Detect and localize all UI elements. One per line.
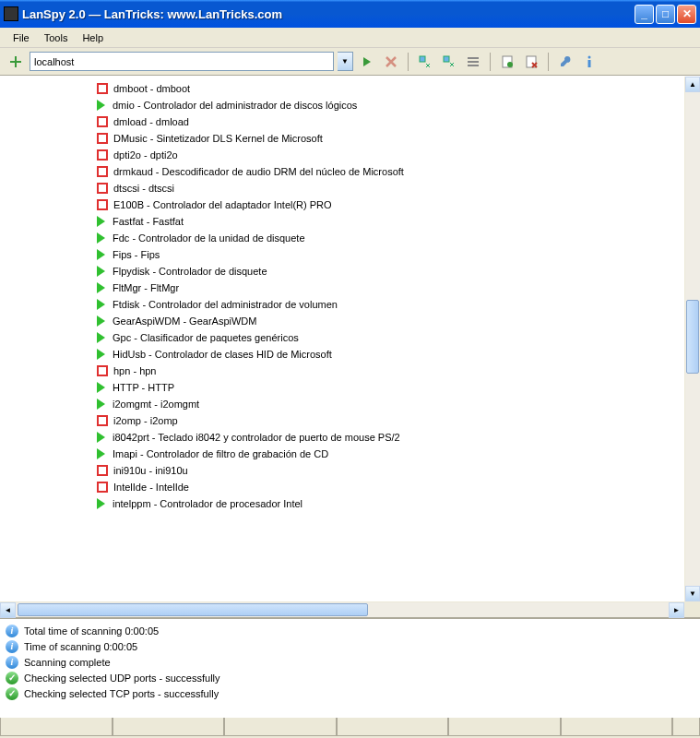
- tree-item[interactable]: i2omgmt - i2omgmt: [0, 396, 700, 412]
- host-input[interactable]: [30, 52, 334, 71]
- log-entry: iScanning complete: [6, 654, 694, 670]
- stop-button[interactable]: [381, 52, 401, 72]
- report-button[interactable]: [497, 52, 517, 72]
- tree-item[interactable]: Fdc - Controlador de la unidad de disque…: [0, 230, 700, 246]
- play-icon: [97, 332, 105, 343]
- tree-item[interactable]: i2omp - i2omp: [0, 412, 700, 429]
- titlebar[interactable]: LanSpy 2.0 — LanTricks: www.LanTricks.co…: [0, 0, 700, 28]
- tree-item[interactable]: HidUsb - Controlador de clases HID de Mi…: [0, 346, 700, 363]
- settings-button[interactable]: [555, 52, 575, 72]
- tree-item[interactable]: Gpc - Clasificador de paquetes genéricos: [0, 329, 700, 346]
- tree-item-label: Fips - Fips: [113, 249, 160, 260]
- stop-icon: [97, 415, 108, 426]
- play-icon: [97, 216, 105, 227]
- scroll-up-button[interactable]: ▲: [685, 77, 700, 92]
- scroll-right-button[interactable]: ►: [669, 602, 684, 618]
- collapse-button[interactable]: [439, 52, 459, 72]
- separator: [490, 53, 491, 71]
- status-cell: [561, 718, 673, 736]
- tree-item-label: drmkaud - Descodificador de audio DRM de…: [113, 166, 404, 177]
- play-icon: [97, 349, 105, 360]
- info-icon: i: [6, 625, 18, 637]
- tree-item[interactable]: Flpydisk - Controlador de disquete: [0, 263, 700, 280]
- scroll-thumb[interactable]: [686, 300, 699, 374]
- scroll-thumb[interactable]: [18, 603, 368, 616]
- tree-item[interactable]: hpn - hpn: [0, 363, 700, 379]
- tree-item[interactable]: IntelIde - IntelIde: [0, 479, 700, 495]
- tree-item[interactable]: ini910u - ini910u: [0, 462, 700, 479]
- tree-item[interactable]: dtscsi - dtscsi: [0, 180, 700, 196]
- tree-item[interactable]: Ftdisk - Controlador del administrador d…: [0, 296, 700, 313]
- stop-icon: [97, 482, 108, 493]
- log-entry: ✓Checking selected TCP ports - successfu…: [6, 685, 694, 701]
- scroll-down-button[interactable]: ▼: [685, 586, 700, 601]
- expand-button[interactable]: [415, 52, 435, 72]
- tree-item[interactable]: FltMgr - FltMgr: [0, 280, 700, 296]
- svg-rect-2: [468, 57, 479, 59]
- tree-item[interactable]: HTTP - HTTP: [0, 379, 700, 396]
- window-controls: _ □ ✕: [635, 5, 696, 24]
- tree-item[interactable]: GearAspiWDM - GearAspiWDM: [0, 313, 700, 329]
- tree-item[interactable]: drmkaud - Descodificador de audio DRM de…: [0, 163, 700, 180]
- tree-item-label: FltMgr - FltMgr: [113, 282, 179, 293]
- play-icon: [97, 100, 105, 111]
- log-entry-text: Checking selected UDP ports - successful…: [24, 673, 220, 684]
- menu-help[interactable]: Help: [75, 30, 111, 45]
- host-dropdown-button[interactable]: ▼: [338, 52, 353, 71]
- tree-item-label: intelppm - Controlador de procesador Int…: [113, 498, 303, 509]
- play-icon: [97, 382, 105, 393]
- tree-item[interactable]: DMusic - Sintetizador DLS Kernel de Micr…: [0, 130, 700, 147]
- tree-item-label: dpti2o - dpti2o: [113, 149, 178, 161]
- tree-item[interactable]: Fastfat - Fastfat: [0, 213, 700, 230]
- svg-rect-9: [588, 60, 591, 67]
- close-button[interactable]: ✕: [677, 5, 696, 24]
- stop-icon: [97, 199, 108, 210]
- vertical-scrollbar[interactable]: ▲ ▼: [684, 77, 700, 601]
- tree-item-label: GearAspiWDM - GearAspiWDM: [113, 315, 256, 327]
- menu-tools[interactable]: Tools: [37, 30, 76, 45]
- play-icon: [97, 299, 105, 310]
- stop-icon: [97, 116, 108, 127]
- clear-button[interactable]: [521, 52, 541, 72]
- status-cell: [113, 718, 225, 736]
- stop-icon: [97, 149, 108, 161]
- minimize-button[interactable]: _: [635, 5, 654, 24]
- play-icon: [97, 448, 105, 459]
- tree-item[interactable]: dmboot - dmboot: [0, 80, 700, 97]
- stop-icon: [97, 465, 108, 476]
- maximize-button[interactable]: □: [656, 5, 675, 24]
- scroll-track[interactable]: [685, 92, 700, 586]
- tree-item-label: Fastfat - Fastfat: [113, 216, 184, 227]
- tree-item[interactable]: E100B - Controlador del adaptador Intel(…: [0, 196, 700, 213]
- tree-item[interactable]: i8042prt - Teclado i8042 y controlador d…: [0, 429, 700, 446]
- tree-item-label: Fdc - Controlador de la unidad de disque…: [113, 232, 305, 244]
- info-icon: i: [6, 640, 18, 653]
- scroll-left-button[interactable]: ◄: [0, 602, 16, 618]
- main-area: dmboot - dmbootdmio - Controlador del ad…: [0, 76, 700, 601]
- go-button[interactable]: [357, 52, 377, 72]
- tree-item[interactable]: Fips - Fips: [0, 246, 700, 263]
- tree-item-label: hpn - hpn: [113, 365, 156, 376]
- tree-item[interactable]: Imapi - Controlador de filtro de grabaci…: [0, 446, 700, 462]
- tree-panel[interactable]: dmboot - dmbootdmio - Controlador del ad…: [0, 77, 700, 601]
- tree-item[interactable]: dmload - dmload: [0, 113, 700, 130]
- stop-icon: [97, 365, 108, 376]
- log-entry-text: Scanning complete: [24, 657, 111, 668]
- collapse-icon: [442, 54, 457, 69]
- horizontal-scrollbar[interactable]: ◄ ►: [0, 601, 700, 617]
- status-cell: [672, 718, 700, 736]
- list-button[interactable]: [463, 52, 483, 72]
- svg-point-8: [588, 55, 591, 58]
- tree-item[interactable]: dpti2o - dpti2o: [0, 147, 700, 163]
- log-panel[interactable]: iTotal time of scanning 0:00:05iTime of …: [0, 617, 700, 717]
- tree-item-label: dmboot - dmboot: [113, 83, 190, 94]
- scroll-track[interactable]: [16, 602, 669, 617]
- menu-file[interactable]: File: [6, 30, 37, 45]
- play-icon: [97, 432, 105, 443]
- stop-icon: [97, 133, 108, 144]
- play-icon: [97, 399, 105, 410]
- about-button[interactable]: [579, 52, 599, 72]
- add-host-button[interactable]: [6, 52, 26, 72]
- tree-item[interactable]: dmio - Controlador del administrador de …: [0, 97, 700, 113]
- tree-item[interactable]: intelppm - Controlador de procesador Int…: [0, 495, 700, 512]
